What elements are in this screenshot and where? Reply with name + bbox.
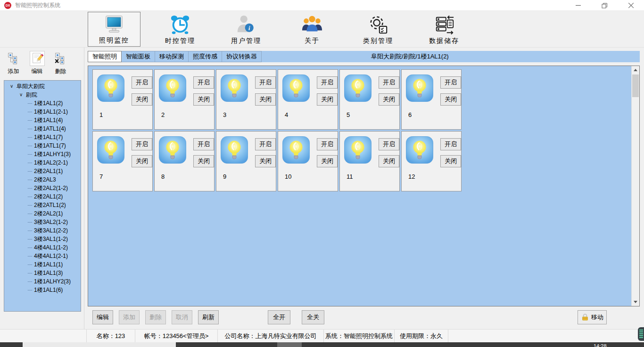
close-button[interactable] [618, 0, 644, 11]
light-on-button[interactable]: 开启 [255, 138, 276, 150]
tree-item[interactable]: 阜阳大剧院 [4, 82, 81, 91]
tree-expand-icon [28, 112, 32, 112]
all-on-button[interactable]: 全开 [268, 310, 290, 324]
light-on-label: 开启 [445, 140, 457, 149]
light-off-button[interactable]: 关闭 [317, 93, 338, 106]
tree-item[interactable]: 1楼1ALHY1(3) [4, 150, 81, 158]
light-off-button[interactable]: 关闭 [440, 155, 461, 167]
tree-item[interactable]: 4楼4AL1(2-1) [4, 252, 81, 260]
tree-item[interactable]: 3楼3AL2(1-2) [4, 218, 81, 226]
light-number: 10 [285, 173, 291, 180]
device-tree-panel: 添加 编辑 [0, 48, 84, 329]
light-off-button[interactable]: 关闭 [379, 93, 399, 106]
tree-expand-icon [28, 137, 32, 138]
bottom-toolbar-button[interactable]: 添加 [119, 310, 140, 324]
move-button[interactable]: 移动 [578, 310, 607, 324]
toolbar-item-lighting-monitor[interactable]: 照明监控 [88, 12, 140, 47]
os-taskbar[interactable]: 14:28 [0, 342, 644, 347]
light-on-button[interactable]: 开启 [193, 138, 214, 150]
tree-item[interactable]: 2楼2AL3 [4, 175, 81, 184]
restore-button[interactable] [591, 0, 618, 11]
toolbar-item-category-manage[interactable]: 类别管理 [352, 12, 405, 47]
all-off-button[interactable]: 全关 [302, 310, 324, 324]
move-label: 移动 [591, 313, 603, 322]
tree-item[interactable]: 1楼1ATL1(4) [4, 124, 81, 133]
tab-label: 智能照明 [92, 53, 117, 60]
tab[interactable]: 照度传感 [188, 51, 222, 62]
tab[interactable]: 智能照明 [88, 51, 122, 62]
light-on-button[interactable]: 开启 [193, 76, 214, 89]
light-on-button[interactable]: 开启 [317, 138, 338, 150]
tree-delete-button[interactable]: 删除 [50, 51, 72, 75]
tree-item[interactable]: 4楼4AL1(1-2) [4, 243, 81, 252]
light-on-button[interactable]: 开启 [440, 76, 461, 89]
tree-item[interactable]: 2楼2ATL1(2) [4, 201, 81, 209]
minimize-button[interactable] [565, 0, 591, 11]
light-on-button[interactable]: 开启 [379, 138, 399, 150]
tree-item[interactable]: 剧院 [4, 91, 81, 99]
scrollbar-thumb[interactable] [632, 74, 639, 97]
tree-edit-button[interactable]: 编辑 [26, 51, 48, 75]
light-off-button[interactable]: 关闭 [440, 93, 461, 106]
light-off-button[interactable]: 关闭 [379, 155, 399, 167]
light-on-button[interactable]: 开启 [132, 138, 152, 150]
tree-item[interactable]: 2楼2AL1(2) [4, 192, 81, 201]
vertical-scrollbar[interactable] [631, 66, 639, 306]
bottom-toolbar-button[interactable]: 编辑 [92, 310, 113, 324]
tab[interactable]: 协议转换器 [222, 51, 262, 62]
bottom-toolbar-button[interactable]: 删除 [145, 310, 166, 324]
bottom-toolbar: 编辑 添加 删除 取消 刷新 [84, 307, 644, 329]
toolbar-item-label: 照明监控 [99, 36, 129, 45]
tree-item[interactable]: 1楼1AL1(2-1) [4, 107, 81, 116]
tree-item[interactable]: 1楼1AL1(7) [4, 133, 81, 141]
toolbar-item-data-storage[interactable]: 数据储存 [418, 12, 471, 47]
light-card: 开启 关闭 7 [92, 131, 153, 191]
tree-expand-icon [28, 163, 32, 163]
bottom-toolbar-button[interactable]: 刷新 [198, 310, 219, 324]
light-off-label: 关闭 [136, 95, 148, 104]
tree-item-label: 3楼3AL1(1-2) [34, 235, 68, 243]
light-card: 开启 关闭 1 [92, 69, 153, 130]
light-off-button[interactable]: 关闭 [193, 93, 214, 106]
status-field: 系统：智能照明控制系统 [324, 330, 395, 342]
tree-expand-icon [28, 197, 32, 197]
light-on-button[interactable]: 开启 [440, 138, 461, 150]
toolbar-item-user-manage[interactable]: i 用户管理 [220, 12, 272, 47]
tree-item[interactable]: 2楼2AL2(1) [4, 209, 81, 218]
light-off-label: 关闭 [445, 157, 457, 165]
light-off-button[interactable]: 关闭 [193, 155, 214, 167]
tab[interactable]: 智能面板 [121, 51, 155, 62]
tree-item[interactable]: 1楼1AL1(1) [4, 260, 81, 269]
light-off-button[interactable]: 关闭 [255, 155, 276, 167]
scroll-down-arrow-icon[interactable] [632, 298, 639, 306]
light-number: 7 [99, 173, 103, 180]
tree-item[interactable]: 1楼1AL1(6) [4, 286, 81, 294]
tree-item[interactable]: 3楼3AL1(2-2) [4, 226, 81, 235]
tree-item[interactable]: 1楼1ALHY2(3) [4, 277, 81, 286]
taskbar-active-button[interactable] [277, 342, 302, 347]
toolbar-item-about[interactable]: 关于 [286, 12, 339, 47]
tree-item[interactable]: 1楼1AL1(3) [4, 269, 81, 277]
light-off-button[interactable]: 关闭 [255, 93, 276, 106]
tree-item[interactable]: 1楼1AL1(4) [4, 116, 81, 124]
tree-item[interactable]: 1楼1AL2(2-1) [4, 158, 81, 167]
scroll-up-arrow-icon[interactable] [632, 66, 639, 74]
status-fields: 名称：123 帐号：123456<管理员> 公司名称：上海凡特实业有限公司 系统… [87, 330, 448, 342]
light-on-button[interactable]: 开启 [379, 76, 399, 89]
tree-item[interactable]: 1楼1AL1(2) [4, 99, 81, 107]
toolbar-item-schedule-manage[interactable]: 时控管理 [154, 12, 206, 47]
light-on-button[interactable]: 开启 [255, 76, 276, 89]
minimize-icon [576, 3, 581, 8]
tree-add-button[interactable]: 添加 [2, 51, 25, 75]
tree-item[interactable]: 3楼3AL1(1-2) [4, 235, 81, 243]
tree-item[interactable]: 2楼2AL1(1) [4, 167, 81, 175]
light-on-button[interactable]: 开启 [317, 76, 338, 89]
tree-item[interactable]: 2楼2AL2(1-2) [4, 184, 81, 192]
light-off-button[interactable]: 关闭 [132, 93, 152, 106]
light-off-button[interactable]: 关闭 [132, 155, 152, 167]
tree-item[interactable]: 1楼1ATL1(7) [4, 141, 81, 150]
tab[interactable]: 移动探测 [155, 51, 189, 62]
light-on-button[interactable]: 开启 [132, 76, 152, 89]
light-off-button[interactable]: 关闭 [317, 155, 338, 167]
bottom-toolbar-button[interactable]: 取消 [172, 310, 192, 324]
